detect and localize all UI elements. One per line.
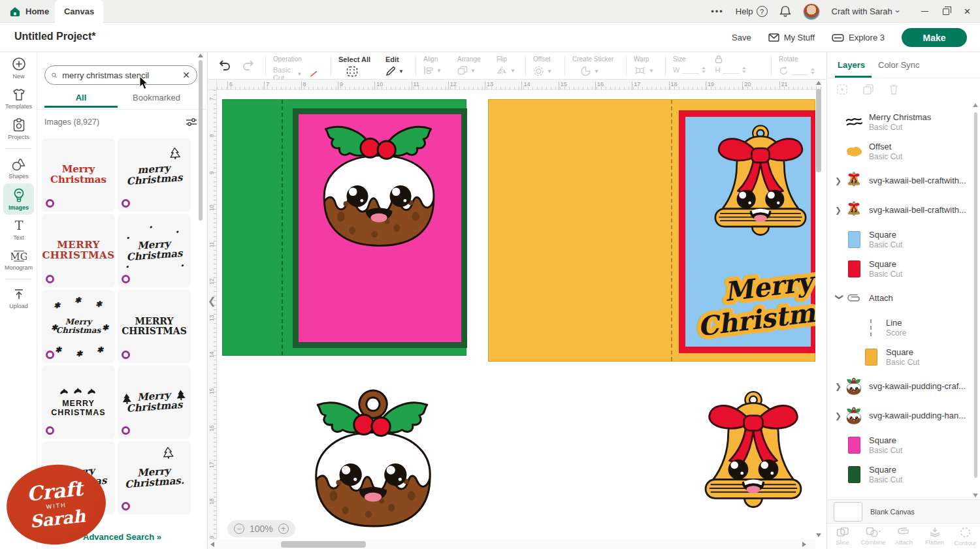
- maximize-button[interactable]: [943, 8, 949, 15]
- overflow-menu-icon[interactable]: •••: [711, 7, 724, 16]
- action-combine-button[interactable]: Combine: [858, 524, 889, 549]
- layers-scroll-up-icon[interactable]: [973, 103, 978, 107]
- image-tile[interactable]: MERRYCHRISTMAS: [118, 290, 191, 363]
- height-stepper[interactable]: [742, 67, 746, 73]
- rail-item-templates[interactable]: Templates: [0, 84, 37, 114]
- tab-layers[interactable]: Layers: [838, 60, 865, 70]
- action-slice-button[interactable]: Slice: [827, 524, 858, 549]
- canvas-vertical-scrollbar[interactable]: [815, 81, 822, 540]
- avatar[interactable]: [803, 3, 820, 20]
- rail-item-shapes[interactable]: Shapes: [0, 153, 37, 183]
- layer-chevron-icon[interactable]: ❯: [835, 206, 844, 215]
- zoom-out-button[interactable]: −: [234, 524, 244, 534]
- image-tile[interactable]: MERRYCHRISTMAS: [42, 214, 115, 287]
- minimize-button[interactable]: [921, 11, 928, 12]
- delete-icon[interactable]: [889, 84, 899, 95]
- search-box[interactable]: ✕: [44, 65, 197, 85]
- image-tile[interactable]: MERRYCHRISTMAS: [42, 366, 115, 439]
- undo-button[interactable]: [218, 52, 231, 80]
- redo-button[interactable]: [242, 52, 255, 80]
- image-tile[interactable]: MerryChristmas: [42, 138, 115, 212]
- account-menu[interactable]: Craft with Sarah ›: [832, 7, 900, 16]
- image-tile[interactable]: merryChristmas: [118, 138, 191, 212]
- layer-chevron-icon[interactable]: ❯: [835, 382, 844, 391]
- layer-chevron-icon[interactable]: ❯: [835, 176, 844, 185]
- blank-canvas-row[interactable]: Blank Canvas: [827, 499, 980, 523]
- zoom-in-button[interactable]: +: [278, 524, 289, 534]
- rail-item-upload[interactable]: Upload: [0, 283, 37, 313]
- machine-selector[interactable]: Explore 3: [832, 33, 885, 42]
- image-tile[interactable]: MerryChristmas: [118, 366, 191, 439]
- notifications-bell-icon[interactable]: [779, 5, 791, 18]
- layer-row[interactable]: ❯svg-kawaii-bell-craftwith...: [827, 195, 980, 225]
- scroll-right-icon[interactable]: [802, 542, 806, 547]
- layer-row[interactable]: SquareBasic Cut: [827, 430, 980, 460]
- kawaii-bell-standalone[interactable]: [691, 384, 815, 540]
- image-tile[interactable]: ✱✱✱✱✱✱✱✱MerryChristmas: [42, 290, 115, 363]
- panel-scrollbar-up-icon[interactable]: [198, 54, 203, 57]
- cut-color-swatch[interactable]: [310, 69, 318, 79]
- layer-row[interactable]: SquareBasic Cut: [827, 225, 980, 254]
- card-gold[interactable]: Merry Christmas: [488, 99, 815, 362]
- layers-scrollbar-thumb[interactable]: [974, 112, 977, 478]
- scroll-down-icon[interactable]: [816, 533, 821, 537]
- rotate-input[interactable]: [791, 67, 808, 75]
- layer-row[interactable]: LineScore: [827, 313, 980, 342]
- horizontal-scroll-thumb[interactable]: [281, 541, 366, 548]
- tab-canvas[interactable]: Canvas: [55, 0, 103, 23]
- tab-color-sync[interactable]: Color Sync: [878, 60, 920, 70]
- layer-row[interactable]: SquareBasic Cut: [827, 254, 980, 283]
- image-tile[interactable]: •••••MerryChristmas: [118, 214, 191, 287]
- group-icon[interactable]: [836, 84, 848, 95]
- kawaii-pudding-hanging[interactable]: [304, 377, 443, 540]
- duplicate-icon[interactable]: [862, 84, 874, 95]
- rail-item-projects[interactable]: Projects: [0, 114, 37, 144]
- search-input[interactable]: [62, 71, 177, 80]
- card-green-front-panel-pink[interactable]: [299, 114, 461, 342]
- rail-item-text[interactable]: TText: [0, 215, 37, 245]
- rail-item-new[interactable]: New: [0, 52, 37, 84]
- vertical-scroll-thumb[interactable]: [816, 89, 821, 172]
- close-button[interactable]: ✕: [964, 7, 971, 16]
- layer-row[interactable]: ❯svg-kawaii-pudding-han...: [827, 401, 980, 430]
- canvas-content[interactable]: Merry Christmas: [217, 90, 815, 540]
- card-gold-front-frame-red[interactable]: Merry Christmas: [679, 110, 815, 353]
- rail-item-monogram[interactable]: MGMonogram: [0, 245, 37, 275]
- width-stepper[interactable]: [702, 67, 706, 73]
- canvas-horizontal-scrollbar[interactable]: [208, 540, 815, 549]
- kawaii-bell-card[interactable]: [701, 121, 815, 268]
- kawaii-pudding-card[interactable]: [313, 120, 446, 262]
- action-contour-button[interactable]: Contour: [950, 524, 980, 549]
- layer-row[interactable]: ❯svg-kawaii-bell-craftwith...: [827, 166, 980, 195]
- layer-row[interactable]: Merry ChristmasBasic Cut: [827, 107, 980, 136]
- layer-row[interactable]: ❯Attach: [827, 283, 980, 313]
- tab-all[interactable]: All: [44, 93, 118, 102]
- rail-item-images[interactable]: Images: [3, 183, 34, 215]
- tab-home[interactable]: Home: [9, 0, 49, 23]
- layers-scroll-down-icon[interactable]: [973, 494, 978, 497]
- scroll-up-icon[interactable]: [816, 81, 821, 85]
- tab-bookmarked[interactable]: Bookmarked: [133, 93, 180, 102]
- layer-row[interactable]: ❯svg-kawaii-pudding-craf...: [827, 371, 980, 401]
- height-input[interactable]: [723, 66, 740, 74]
- help-button[interactable]: Help ?: [736, 6, 768, 17]
- action-flatten-button[interactable]: Flatten: [919, 524, 950, 549]
- width-input[interactable]: [682, 66, 699, 74]
- filter-icon[interactable]: [186, 118, 197, 127]
- image-tile[interactable]: MerryChristmas.: [118, 441, 191, 514]
- layer-row[interactable]: SquareBasic Cut: [827, 342, 980, 371]
- rotate-stepper[interactable]: [811, 68, 815, 74]
- layer-chevron-icon[interactable]: ❯: [835, 411, 844, 420]
- panel-scrollbar-thumb[interactable]: [199, 60, 203, 221]
- merry-christmas-sticker[interactable]: Merry Christmas: [705, 264, 815, 349]
- scroll-left-icon[interactable]: [210, 542, 214, 547]
- layer-row[interactable]: SquareBasic Cut: [827, 460, 980, 489]
- my-stuff-button[interactable]: My Stuff: [768, 33, 815, 42]
- card-green[interactable]: [222, 99, 466, 356]
- panel-collapse-chevron[interactable]: ❮: [208, 295, 216, 307]
- card-green-front-frame[interactable]: [293, 108, 467, 348]
- make-button[interactable]: Make: [902, 28, 967, 47]
- save-button[interactable]: Save: [732, 33, 751, 42]
- layer-chevron-icon[interactable]: ❯: [835, 294, 844, 303]
- action-attach-button[interactable]: Attach: [889, 524, 919, 549]
